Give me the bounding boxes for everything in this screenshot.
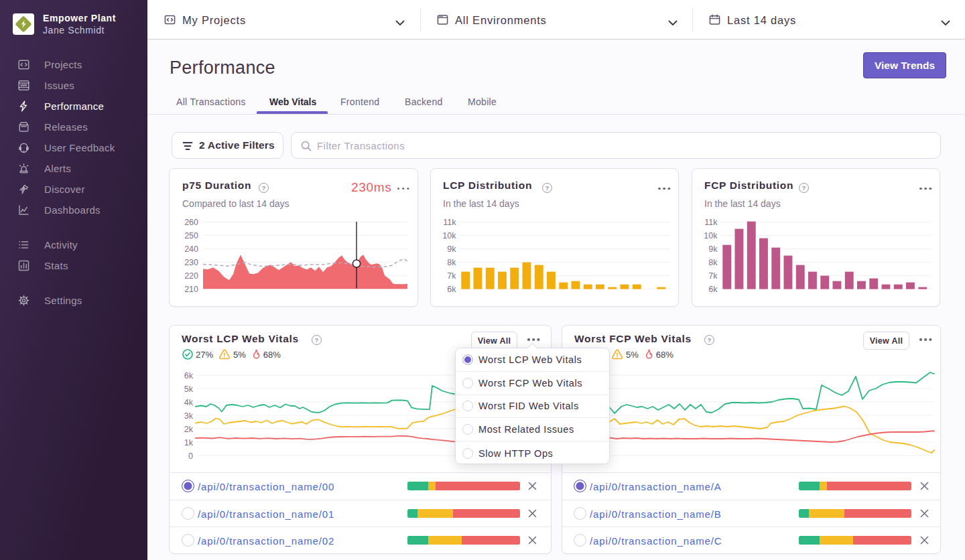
svg-text:2k: 2k (184, 425, 194, 434)
svg-text:6k: 6k (184, 371, 194, 380)
svg-text:6k: 6k (447, 285, 456, 294)
svg-text:9k: 9k (447, 244, 456, 254)
svg-text:10k: 10k (704, 231, 718, 240)
svg-text:7k: 7k (447, 271, 456, 281)
svg-text:3k: 3k (184, 411, 194, 421)
svg-text:210: 210 (184, 285, 198, 294)
svg-text:230: 230 (184, 258, 198, 267)
svg-text:8k: 8k (447, 258, 456, 267)
svg-text:11k: 11k (443, 218, 456, 227)
svg-text:0: 0 (188, 451, 193, 461)
svg-text:240: 240 (184, 244, 198, 254)
svg-text:8k: 8k (708, 258, 718, 267)
svg-text:260: 260 (184, 218, 198, 227)
svg-text:6k: 6k (708, 285, 718, 294)
svg-text:10k: 10k (442, 231, 456, 240)
svg-text:9k: 9k (708, 244, 718, 254)
svg-text:4k: 4k (184, 398, 194, 407)
svg-text:5k: 5k (184, 384, 194, 394)
svg-text:250: 250 (184, 231, 198, 240)
svg-text:220: 220 (184, 271, 198, 281)
svg-text:7k: 7k (708, 271, 718, 281)
svg-text:1k: 1k (184, 438, 194, 447)
svg-text:11k: 11k (704, 218, 718, 227)
